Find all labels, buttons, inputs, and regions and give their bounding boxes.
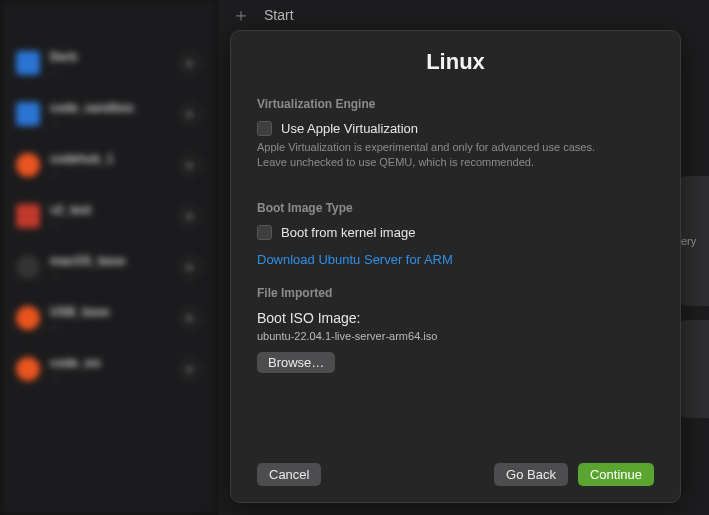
vm-icon [16, 204, 40, 228]
add-icon[interactable]: ＋ [232, 6, 250, 24]
vm-name: codehub_1 [50, 152, 113, 166]
dialog-footer: Cancel Go Back Continue [257, 451, 654, 486]
section-virtualization-engine: Virtualization Engine Use Apple Virtuali… [257, 97, 654, 171]
vm-sub: … [50, 166, 113, 177]
vm-icon [16, 306, 40, 330]
vm-icon [16, 357, 40, 381]
boot-from-kernel-row[interactable]: Boot from kernel image [257, 225, 654, 240]
vm-name: code_sandbox [50, 101, 134, 115]
play-icon[interactable]: ▶ [180, 307, 202, 329]
download-ubuntu-link[interactable]: Download Ubuntu Server for ARM [257, 252, 453, 267]
dialog-title: Linux [257, 49, 654, 75]
vm-name: macOS_base [50, 254, 125, 268]
play-icon[interactable]: ▶ [180, 154, 202, 176]
vm-icon [16, 255, 40, 279]
play-icon[interactable]: ▶ [180, 52, 202, 74]
vm-sub: … [50, 319, 109, 330]
hint-text: Apple Virtualization is experimental and… [257, 140, 617, 171]
checkbox-icon[interactable] [257, 121, 272, 136]
vm-sub: … [50, 268, 125, 279]
main-area: ＋ Start ery Linux Virtualization Engine … [218, 0, 709, 515]
background-card-peek: ery [677, 176, 709, 306]
sidebar-item-vm[interactable]: code_ws … ▶ [10, 348, 208, 389]
vm-name: v2_test [50, 203, 91, 217]
sidebar-item-vm[interactable]: USB_base … ▶ [10, 297, 208, 338]
play-icon[interactable]: ▶ [180, 103, 202, 125]
checkbox-icon[interactable] [257, 225, 272, 240]
cancel-button[interactable]: Cancel [257, 463, 321, 486]
toolbar: ＋ Start [218, 0, 709, 30]
toolbar-start-label[interactable]: Start [264, 7, 294, 23]
sidebar-item-vm[interactable]: Derb … ▶ [10, 42, 208, 83]
vm-icon [16, 102, 40, 126]
checkbox-label: Boot from kernel image [281, 225, 415, 240]
wizard-dialog: Linux Virtualization Engine Use Apple Vi… [230, 30, 681, 503]
play-icon[interactable]: ▶ [180, 205, 202, 227]
vm-icon [16, 51, 40, 75]
vm-sub: … [50, 115, 134, 126]
sidebar-item-vm[interactable]: macOS_base … ▶ [10, 246, 208, 287]
boot-iso-label: Boot ISO Image: [257, 310, 654, 326]
play-icon[interactable]: ▶ [180, 358, 202, 380]
play-icon[interactable]: ▶ [180, 256, 202, 278]
section-heading: Virtualization Engine [257, 97, 654, 111]
sidebar-item-vm[interactable]: v2_test … ▶ [10, 195, 208, 236]
background-card-peek [677, 320, 709, 418]
section-file-imported: File Imported Boot ISO Image: ubuntu-22.… [257, 286, 654, 373]
vm-name: USB_base [50, 305, 109, 319]
peek-text: ery [681, 235, 696, 247]
browse-button[interactable]: Browse… [257, 352, 335, 373]
checkbox-label: Use Apple Virtualization [281, 121, 418, 136]
boot-iso-filename: ubuntu-22.04.1-live-server-arm64.iso [257, 330, 654, 342]
vm-sub: … [50, 217, 91, 228]
sidebar-item-vm[interactable]: codehub_1 … ▶ [10, 144, 208, 185]
vm-sub: … [50, 64, 77, 75]
section-boot-image-type: Boot Image Type Boot from kernel image D… [257, 201, 654, 268]
sidebar: Derb … ▶ code_sandbox … ▶ codehub_1 … ▶ … [0, 0, 218, 515]
vm-name: code_ws [50, 356, 101, 370]
sidebar-item-vm[interactable]: code_sandbox … ▶ [10, 93, 208, 134]
go-back-button[interactable]: Go Back [494, 463, 568, 486]
vm-name: Derb [50, 50, 77, 64]
use-apple-virtualization-row[interactable]: Use Apple Virtualization [257, 121, 654, 136]
section-heading: File Imported [257, 286, 654, 300]
continue-button[interactable]: Continue [578, 463, 654, 486]
vm-icon [16, 153, 40, 177]
vm-sub: … [50, 370, 101, 381]
section-heading: Boot Image Type [257, 201, 654, 215]
